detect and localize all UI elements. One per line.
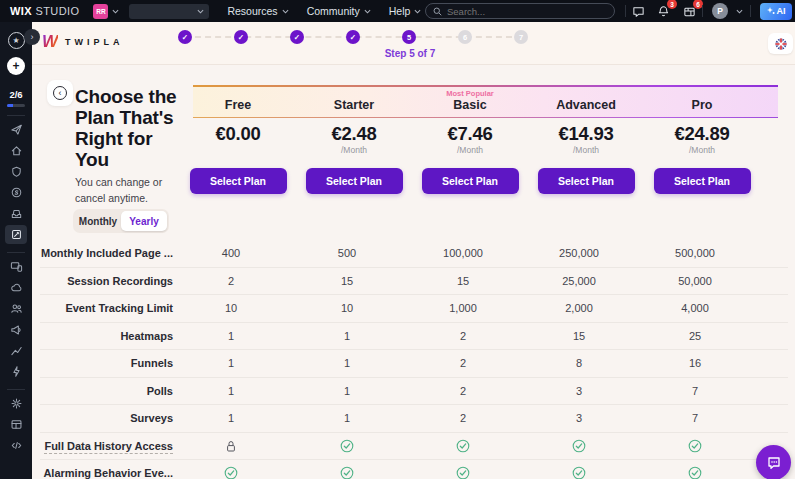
feature-value: [637, 466, 753, 479]
feature-row: Event Tracking Limit10101,0002,0004,000: [40, 295, 788, 323]
feature-value: 15: [405, 275, 521, 287]
site-selector-dropdown[interactable]: [129, 4, 209, 19]
menu-help-label: Help: [389, 5, 411, 17]
plan-name: Starter: [334, 98, 374, 116]
feature-value: 1: [173, 385, 289, 397]
sidebar-item-send[interactable]: [5, 120, 27, 139]
menu-resources[interactable]: Resources: [227, 5, 288, 17]
sparkle-icon: [767, 7, 775, 15]
menu-community[interactable]: Community: [307, 5, 371, 17]
sidebar-item-shield[interactable]: [5, 162, 27, 181]
avatar[interactable]: P: [712, 3, 728, 19]
sidebar-item-inbox[interactable]: [5, 204, 27, 223]
automations-icon: [10, 365, 23, 378]
promotions-icon[interactable]: 6: [681, 3, 697, 19]
notifications-icon[interactable]: 3: [655, 3, 671, 19]
back-arrow-icon: ‹: [53, 86, 67, 100]
select-plan-button-basic[interactable]: Select Plan: [422, 168, 519, 194]
setup-progress-bar: [7, 104, 25, 107]
menu-help[interactable]: Help: [389, 5, 422, 17]
sidebar-item-devices[interactable]: [5, 257, 27, 276]
feature-value: 1: [173, 412, 289, 424]
content-manager-icon: [10, 418, 23, 431]
select-plan-button-free[interactable]: Select Plan: [190, 168, 287, 194]
toggle-monthly[interactable]: Monthly: [75, 211, 121, 231]
plan-period: /Month: [457, 145, 483, 156]
back-button[interactable]: ‹: [47, 80, 73, 106]
feature-label: Surveys: [130, 412, 173, 424]
step-dot-5: 5: [402, 30, 416, 44]
sidebar-item-analytics[interactable]: [5, 341, 27, 360]
sidebar-item-billing[interactable]: [5, 183, 27, 202]
plan-price: €7.46: [448, 123, 493, 145]
favorites-icon[interactable]: ★: [8, 32, 25, 49]
divider: [702, 5, 703, 17]
feature-value: 1,000: [405, 302, 521, 314]
plan-price: €0.00: [216, 123, 261, 145]
devices-icon: [10, 260, 23, 273]
left-sidebar: ★ + 2/6: [0, 22, 32, 479]
feature-value: 1: [289, 385, 405, 397]
menu-community-label: Community: [307, 5, 360, 17]
sidebar-item-contacts[interactable]: [5, 299, 27, 318]
language-selector[interactable]: [768, 33, 793, 54]
check-icon: [340, 466, 354, 479]
feature-value: 2: [405, 330, 521, 342]
menu-resources-label: Resources: [227, 5, 277, 17]
step-dot-2: ✓: [234, 30, 248, 44]
feature-value: 25: [637, 330, 753, 342]
feature-value: 7: [637, 385, 753, 397]
app-window: WIX STUDIO RR Resources Community Help U…: [0, 0, 795, 479]
feature-row: Full Data History Access: [40, 433, 788, 461]
chevron-down-icon: [282, 9, 289, 14]
plan-selection-panel: ‹ Choose the Plan That's Right for You Y…: [32, 65, 795, 479]
search-input[interactable]: [447, 6, 597, 17]
select-plan-button-pro[interactable]: Select Plan: [654, 168, 751, 194]
feature-value: 2: [405, 357, 521, 369]
divider: [750, 5, 751, 17]
sidebar-item-pages[interactable]: [5, 225, 27, 244]
feature-value: 400: [173, 247, 289, 259]
chat-icon[interactable]: [630, 3, 646, 19]
top-bar: WIX STUDIO RR Resources Community Help U…: [0, 0, 795, 22]
feature-value: 100,000: [405, 247, 521, 259]
feature-value: 500: [289, 247, 405, 259]
sidebar-expand-button[interactable]: ›: [24, 29, 40, 45]
search-bar[interactable]: [425, 3, 615, 19]
feature-label: Heatmaps: [120, 330, 173, 342]
add-button[interactable]: +: [7, 57, 25, 75]
analytics-icon: [10, 344, 23, 357]
shield-icon: [10, 165, 23, 178]
sidebar-item-home[interactable]: [5, 141, 27, 160]
chat-widget-button[interactable]: [756, 445, 791, 479]
plan-column-free: Free€0.00Select Plan: [180, 87, 296, 194]
ai-assistant-button[interactable]: AI: [760, 3, 792, 20]
plan-name: Basic: [453, 98, 486, 116]
plan-column-basic: Most PopularBasic€7.46/MonthSelect Plan: [412, 87, 528, 194]
plan-columns: Free€0.00Select PlanStarter€2.48/MonthSe…: [180, 87, 760, 194]
sidebar-item-cloud[interactable]: [5, 278, 27, 297]
sidebar-item-marketing[interactable]: [5, 320, 27, 339]
sidebar-item-content-manager[interactable]: [5, 415, 27, 434]
chevron-down-icon: [197, 9, 204, 14]
feature-value: [289, 466, 405, 479]
feature-value: 1: [289, 412, 405, 424]
sidebar-item-code[interactable]: [5, 436, 27, 455]
feature-row: Surveys11237: [40, 405, 788, 433]
toggle-yearly[interactable]: Yearly: [121, 211, 167, 231]
chevron-down-icon[interactable]: [736, 9, 743, 14]
feature-value: 500,000: [637, 247, 753, 259]
workspace-badge[interactable]: RR: [93, 4, 108, 19]
feature-value: 8: [521, 357, 637, 369]
billing-period-toggle: Monthly Yearly: [73, 209, 169, 233]
home-icon: [10, 144, 23, 157]
uk-flag-icon: [775, 38, 787, 50]
select-plan-button-starter[interactable]: Select Plan: [306, 168, 403, 194]
wix-studio-logo[interactable]: WIX STUDIO: [10, 5, 79, 17]
feature-label: Funnels: [131, 357, 173, 369]
select-plan-button-advanced[interactable]: Select Plan: [538, 168, 635, 194]
feature-value: 3: [521, 412, 637, 424]
sidebar-item-automations[interactable]: [5, 362, 27, 381]
feature-value: 2,000: [521, 302, 637, 314]
sidebar-item-settings[interactable]: [5, 394, 27, 413]
